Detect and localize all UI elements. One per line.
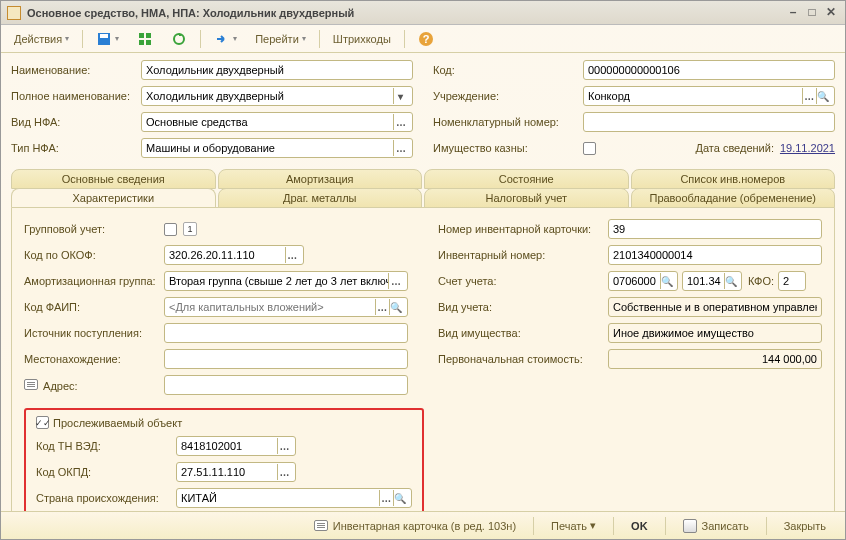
caret-icon: ▾ [590, 519, 596, 532]
tab-body: Групповой учет: 1 Код по ОКОФ: … Амортиз… [11, 207, 835, 511]
nfa-type-input[interactable]: … [141, 138, 413, 158]
select-button[interactable]: … [393, 140, 408, 156]
search-button[interactable]: 🔍 [660, 273, 673, 289]
kfo-input[interactable] [778, 271, 806, 291]
save-label: Записать [702, 520, 749, 532]
save-button[interactable]: Записать [674, 515, 758, 537]
code-input[interactable] [583, 60, 835, 80]
tab-container: Основные сведения Амортизация Состояние … [11, 169, 835, 511]
source-input[interactable] [164, 323, 408, 343]
minimize-button[interactable]: – [785, 6, 801, 20]
select-button[interactable]: … [285, 247, 299, 263]
select-button[interactable]: … [388, 273, 403, 289]
faip-label: Код ФАИП: [24, 301, 164, 313]
invcard-button[interactable]: Инвентарная карточка (в ред. 103н) [305, 515, 525, 537]
location-label: Местонахождение: [24, 353, 164, 365]
address-input[interactable] [164, 375, 408, 395]
nfa-type-label: Тип НФА: [11, 142, 141, 154]
tab-rights[interactable]: Правообладание (обременение) [631, 188, 836, 208]
info-date-label: Дата сведений: [695, 142, 773, 154]
goto-menu[interactable]: Перейти ▾ [248, 28, 313, 50]
window-title: Основное средство, НМА, НПА: Холодильник… [27, 7, 782, 19]
barcodes-button[interactable]: Штрихкоды [326, 28, 398, 50]
nomnum-label: Номенклатурный номер: [433, 116, 583, 128]
close-button[interactable]: ✕ [823, 6, 839, 20]
code-label: Код: [433, 64, 583, 76]
invcard-input[interactable] [608, 219, 822, 239]
group-count: 1 [183, 222, 197, 236]
grid-icon-button[interactable] [130, 28, 160, 50]
tab-basic[interactable]: Основные сведения [11, 169, 216, 189]
country-label: Страна происхождения: [36, 492, 176, 504]
help-icon: ? [418, 31, 434, 47]
group-checkbox[interactable] [164, 223, 177, 236]
print-menu[interactable]: Печать▾ [542, 515, 605, 537]
okof-input[interactable]: … [164, 245, 304, 265]
tab-characteristics[interactable]: Характеристики [11, 188, 216, 208]
select-button[interactable]: … [393, 114, 408, 130]
country-input[interactable]: …🔍 [176, 488, 412, 508]
select-button[interactable]: … [277, 438, 291, 454]
ok-button[interactable]: OK [622, 515, 657, 537]
save-icon [683, 519, 697, 533]
invnum-input[interactable] [608, 245, 822, 265]
footer: Инвентарная карточка (в ред. 103н) Печат… [1, 511, 845, 539]
org-input[interactable]: …🔍 [583, 86, 835, 106]
tab-state[interactable]: Состояние [424, 169, 629, 189]
nav-icon-button[interactable]: ▾ [207, 28, 244, 50]
account-input-1[interactable]: 🔍 [608, 271, 678, 291]
save-icon-button[interactable]: ▾ [89, 28, 126, 50]
refresh-icon [171, 31, 187, 47]
proptype-label: Вид имущества: [438, 327, 608, 339]
traceable-section: ✓ Прослеживаемый объект Код ТН ВЭД: … Ко… [24, 408, 424, 511]
traceable-checkbox[interactable]: ✓ [36, 416, 49, 429]
treasury-checkbox[interactable] [583, 142, 596, 155]
separator [613, 517, 614, 535]
caret-icon: ▾ [233, 34, 237, 43]
nomnum-input[interactable] [583, 112, 835, 132]
tab-invnumbers[interactable]: Список инв.номеров [631, 169, 836, 189]
select-button[interactable]: … [802, 88, 816, 104]
separator [533, 517, 534, 535]
tab-metals[interactable]: Драг. металлы [218, 188, 423, 208]
maximize-button[interactable]: □ [804, 6, 820, 20]
separator [404, 30, 405, 48]
textarea-button[interactable]: ▾ [393, 88, 408, 104]
card-icon [314, 520, 328, 531]
tab-amortization[interactable]: Амортизация [218, 169, 423, 189]
initcost-input [608, 349, 822, 369]
tnved-input[interactable]: … [176, 436, 296, 456]
select-button[interactable]: … [379, 490, 393, 506]
select-button[interactable]: … [375, 299, 389, 315]
separator [665, 517, 666, 535]
content: Наименование: Полное наименование: ▾ Вид… [1, 53, 845, 511]
search-button[interactable]: 🔍 [389, 299, 403, 315]
name-input[interactable] [141, 60, 413, 80]
close-footer-button[interactable]: Закрыть [775, 515, 835, 537]
actions-menu[interactable]: Действия ▾ [7, 28, 76, 50]
caret-icon: ▾ [115, 34, 119, 43]
okpd-input[interactable]: … [176, 462, 296, 482]
proptype-input [608, 323, 822, 343]
nfa-kind-input[interactable]: … [141, 112, 413, 132]
help-button[interactable]: ? [411, 28, 441, 50]
app-icon [7, 6, 21, 20]
search-button[interactable]: 🔍 [724, 273, 737, 289]
address-icon [24, 379, 38, 390]
account-input-2[interactable]: 🔍 [682, 271, 742, 291]
caret-icon: ▾ [302, 34, 306, 43]
search-button[interactable]: 🔍 [393, 490, 407, 506]
refresh-icon-button[interactable] [164, 28, 194, 50]
faip-input[interactable]: …🔍 [164, 297, 408, 317]
amort-label: Амортизационная группа: [24, 275, 164, 287]
tab-tax[interactable]: Налоговый учет [424, 188, 629, 208]
select-button[interactable]: … [277, 464, 291, 480]
fullname-input[interactable]: ▾ [141, 86, 413, 106]
separator [766, 517, 767, 535]
search-button[interactable]: 🔍 [816, 88, 830, 104]
svg-rect-2 [139, 33, 144, 38]
location-input[interactable] [164, 349, 408, 369]
amort-input[interactable]: … [164, 271, 408, 291]
org-label: Учреждение: [433, 90, 583, 102]
info-date-link[interactable]: 19.11.2021 [780, 142, 835, 154]
